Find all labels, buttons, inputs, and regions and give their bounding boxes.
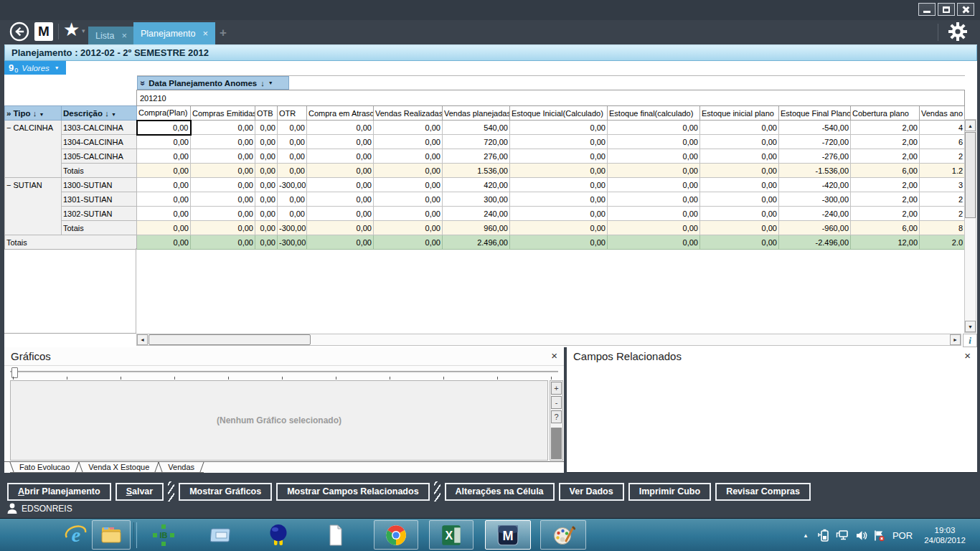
interbase-icon[interactable]: IB [148, 520, 179, 550]
pivot-column-header[interactable]: Estoque inicial plano [700, 106, 779, 121]
pivot-value-cell[interactable]: 0,00 [700, 149, 779, 164]
tab-planejamento[interactable]: Planejamento × [133, 22, 215, 44]
show-hidden-icons-button[interactable]: ▴ [798, 519, 814, 551]
pivot-value-cell[interactable]: 0,00 [374, 178, 443, 192]
chart-tools-scrollbar[interactable] [551, 428, 562, 459]
pivot-value-cell[interactable]: 0,00 [278, 135, 307, 149]
pivot-grandtotal-cell[interactable]: 0,00 [608, 235, 700, 250]
charts-panel-close-icon[interactable]: × [551, 349, 557, 362]
pivot-subtotal-cell[interactable]: 1.536,00 [443, 164, 510, 178]
pivot-subtotal-cell[interactable]: -300,00 [278, 221, 307, 235]
pivot-row-header-tipo[interactable]: »Tipo ↓ ▼ [5, 106, 62, 121]
pivot-subtotal-cell[interactable]: -960,00 [779, 221, 851, 235]
minimize-button[interactable] [918, 3, 936, 16]
pivot-subtotal-cell[interactable]: 6,00 [851, 221, 920, 235]
pivot-value-cell[interactable]: 0,00 [307, 135, 374, 149]
filter-dropdown-icon[interactable]: ▼ [268, 80, 273, 85]
pivot-column-header[interactable]: Compra em Atraso [307, 106, 374, 121]
pivot-grandtotal-cell[interactable]: -2.496,00 [779, 235, 851, 250]
pivot-value-cell[interactable]: 0,00 [191, 207, 255, 221]
pivot-value-cell[interactable]: 0,00 [307, 192, 374, 207]
tab-close-icon[interactable]: × [121, 30, 127, 41]
new-tab-button[interactable]: + [220, 26, 227, 40]
pivot-value-cell[interactable]: 0,00 [278, 121, 307, 135]
pivot-column-header[interactable]: Vendas Realizadas [374, 106, 443, 121]
pivot-value-cell[interactable]: 0,00 [307, 121, 374, 135]
pivot-column-header[interactable]: Cobertura plano [851, 106, 920, 121]
chart-tab-fato-evolucao[interactable]: Fato Evolucao [10, 462, 79, 473]
pivot-value-cell[interactable]: 0,00 [374, 135, 443, 149]
pivot-value-cell[interactable]: -240,00 [779, 207, 851, 221]
pivot-value-cell[interactable]: -300,00 [779, 192, 851, 207]
pivot-value-cell[interactable]: 0,00 [255, 178, 278, 192]
pivot-period-cell[interactable]: 201210 [137, 90, 965, 106]
pivot-desc-cell[interactable]: 1300-SUTIAN [62, 178, 137, 192]
pivot-subtotal-cell[interactable]: 1.2 [920, 164, 965, 178]
pivot-value-cell[interactable]: 0,00 [137, 121, 191, 135]
pivot-subtotal-cell[interactable]: 0,00 [255, 164, 278, 178]
clock[interactable]: 19:03 24/08/2012 [917, 519, 973, 551]
pivot-desc-cell[interactable]: 1304-CALCINHA [62, 135, 137, 149]
pivot-grandtotal-cell[interactable]: 0,00 [307, 235, 374, 250]
app-logo-icon[interactable]: M [34, 22, 53, 41]
pivot-column-header[interactable]: Estoque final(calculado) [608, 106, 700, 121]
scroll-up-button[interactable]: ▲ [965, 120, 976, 131]
pivot-column-header[interactable]: Vendas planejadas [443, 106, 510, 121]
pivot-subtotal-cell[interactable]: 0,00 [510, 164, 608, 178]
scroll-down-button[interactable]: ▼ [965, 321, 976, 332]
pivot-subtotal-cell[interactable]: 0,00 [700, 221, 779, 235]
grid-vertical-scrollbar[interactable]: ▲ ▼ [964, 119, 976, 333]
paint-palette-icon[interactable] [540, 520, 586, 550]
pivot-group-cell[interactable]: − CALCINHA [5, 121, 62, 178]
pivot-value-cell[interactable]: 0,00 [278, 207, 307, 221]
pivot-subtotal-cell[interactable]: 0,00 [191, 221, 255, 235]
action-center-flag-icon[interactable] [870, 519, 888, 551]
revisar-compras-button[interactable]: Revisar Compras [715, 483, 811, 501]
pivot-grandtotal-cell[interactable]: -300,00 [278, 235, 307, 250]
alteracoes-na-celula-button[interactable]: Alterações na Célula [445, 483, 555, 501]
pivot-value-cell[interactable]: -540,00 [779, 121, 851, 135]
pivot-subtotal-cell[interactable]: 0,00 [137, 221, 191, 235]
pivot-value-cell[interactable]: 0,00 [374, 207, 443, 221]
pivot-value-cell[interactable]: 0,00 [255, 192, 278, 207]
pivot-value-cell[interactable]: 0,00 [137, 135, 191, 149]
help-button[interactable]: ? [551, 410, 562, 423]
chrome-icon[interactable] [374, 520, 418, 550]
pivot-value-cell[interactable]: 0,00 [608, 192, 700, 207]
pivot-value-cell[interactable]: 300,00 [443, 192, 510, 207]
zoom-out-button[interactable]: - [551, 396, 562, 409]
maximize-button[interactable] [938, 3, 955, 16]
pivot-desc-cell[interactable]: 1303-CALCINHA [62, 121, 137, 135]
pivot-value-cell[interactable]: 720,00 [443, 135, 510, 149]
pivot-value-cell[interactable]: 0,00 [137, 207, 191, 221]
tab-lista[interactable]: Lista × [88, 27, 134, 44]
pivot-value-cell[interactable]: 540,00 [443, 121, 510, 135]
pivot-subtotal-cell[interactable]: 0,00 [191, 164, 255, 178]
pivot-value-cell[interactable]: 0,00 [307, 149, 374, 164]
pivot-value-cell[interactable]: 0,00 [278, 192, 307, 207]
document-icon[interactable] [320, 520, 352, 550]
pivot-value-cell[interactable]: 0,00 [191, 149, 255, 164]
pivot-subtotal-cell[interactable]: 8 [920, 221, 965, 235]
pivot-column-header[interactable]: Compra(Plan) [137, 106, 191, 121]
pivot-column-group-header[interactable]: »Data Planejamento Anomes↓▼ [137, 76, 289, 90]
pivot-value-cell[interactable]: 0,00 [608, 121, 700, 135]
pivot-subtotal-cell[interactable]: 0,00 [307, 221, 374, 235]
close-button[interactable] [957, 3, 974, 16]
pivot-subtotal-cell[interactable]: 0,00 [608, 221, 700, 235]
pivot-column-header[interactable]: Estoque Inicial(Calculado) [510, 106, 608, 121]
pivot-value-cell[interactable]: 2,00 [851, 149, 920, 164]
pivot-value-cell[interactable]: 2,00 [851, 135, 920, 149]
imprimir-cubo-button[interactable]: Imprimir Cubo [628, 483, 711, 501]
vertical-scroll-thumb[interactable] [965, 132, 976, 218]
chart-zoom-slider-track[interactable] [10, 371, 558, 374]
pivot-value-cell[interactable]: 2 [920, 207, 965, 221]
pivot-value-cell[interactable]: 420,00 [443, 178, 510, 192]
pivot-value-cell[interactable]: 0,00 [307, 207, 374, 221]
expand-all-icon[interactable]: » [6, 109, 11, 118]
pivot-grandtotal-cell[interactable]: 2.496,00 [443, 235, 510, 250]
pivot-column-header[interactable]: Vendas ano an [920, 106, 965, 121]
excel-icon[interactable]: X [429, 520, 473, 550]
scroll-left-button[interactable]: ◄ [137, 334, 148, 345]
pivot-value-cell[interactable]: -300,00 [278, 178, 307, 192]
